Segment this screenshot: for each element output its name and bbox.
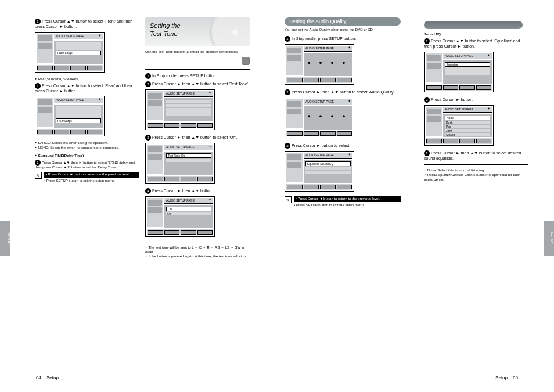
step-text: 1Press Cursor ▲▼ button to select 'Rear'… [35,83,139,94]
options-text: ‣ LARGE: Select this when using the spea… [35,141,139,150]
step-text: 3Press Cursor ► then ▲▼ button to select… [145,135,250,141]
note-line: Press SETUP button to exit the setup men… [46,179,115,182]
step-text-content: Press Cursor ► then ▲▼ button to select … [152,135,237,139]
osd-screenshot: AUDIO SETUP PAGE ● ● ● ● [285,98,354,138]
note-row: ✎ • Press Cursor ◄ button to return to t… [285,196,401,203]
decor-title-bar [424,21,523,29]
step-text-content: Press Cursor ► then ▲▼ button to select … [152,82,249,86]
step-text: 4Press Cursor ► then ▲▼ button. [145,188,250,194]
section-banner: Setting the Test Tone [145,17,250,46]
step-text: 2Press Cursor ► then ▲▼ button to select… [285,89,401,95]
step-text: 3Press Cursor ► button to select. [285,143,401,149]
section-intro: Use the Test Tone feature to check the s… [145,50,250,55]
step-text-content: In Stop mode, press SETUP button. [152,74,217,78]
banner-line: Test Tone [150,30,178,37]
osd-screenshot: AUDIO SETUP PAGE Equaliser Sound EQ [285,151,354,192]
separator [145,69,250,70]
step-number-icon: 2 [145,81,151,87]
separator [145,242,250,242]
note-line: Press Cursor ◄ button to return to the p… [48,172,131,176]
osd-screenshot: AUDIO SETUP PAGE Test Tone On [145,143,215,184]
osd-screenshot: AUDIO SETUP PAGE OnOff [145,196,215,237]
section-title-bar: Setting the Audio Quality [285,17,401,26]
bullet-text: ‣ Rock/Pop/Jazz/Classic: Each equaliser … [424,173,528,182]
column-left-B: Setting the Test Tone Use the Test Tone … [145,17,250,259]
step-number-icon: 1 [35,160,41,166]
bullet-text: ‣ None: Select this for normal listening… [424,168,528,173]
osd-icon-dots: ● ● ● ● [305,60,351,66]
step-number-icon: 1 [145,73,151,79]
note-row: ✎ • Press Cursor ◄ button to return to t… [35,172,139,179]
step-text-content: Press Cursor ► then ▲▼ button to select … [424,151,521,160]
step-number-icon: 3 [145,135,151,141]
column-right-C: Setting the Audio Quality You can set th… [285,17,401,208]
bullet-text: ‣ The test tone will be sent to L → C → … [145,246,250,255]
step-text: 2Press Cursor ► button. [424,97,528,103]
subsection-heading: ‣ Rear(Surround) Speakers [35,77,139,82]
step-number-icon: 1 [285,36,290,42]
section-intro: You can set the Audio Quality when using… [285,28,401,33]
step-number-icon: 2 [285,89,290,95]
separator [424,164,528,165]
step-number-icon: 3 [285,143,290,149]
step-number-icon: 1 [35,19,41,24]
subsection-heading: ‣ Surround TIME(Delay Time) [35,154,139,159]
step-text: 1Press Cursor ▲▼ button to select 'Front… [35,19,139,30]
step-text-content: Press Cursor ▲▼ then ► button to select … [35,161,135,169]
osd-screenshot: AUDIO SETUP PAGE Rear Large [35,96,105,136]
step-text-content: Press Cursor ► button to select. [292,143,350,148]
footer-text-right: Setup [495,375,508,380]
osd-icon-dots: ● ● ● ● [305,113,351,119]
step-text-content: Press Cursor ▲▼ button to select 'Equali… [424,39,520,48]
note-line: Press SETUP button to exit the setup men… [296,203,365,207]
step-text: 1In Stop mode, press SETUP button. [145,73,250,79]
step-number-icon: 2 [424,97,430,103]
remote-icon [242,57,250,65]
osd-screenshot: AUDIO SETUP PAGE None Rock Pop Jazz Clas… [424,105,494,146]
step-text: 3Press Cursor ► then ▲▼ button to select… [424,150,528,161]
step-text: 2Press Cursor ► then ▲▼ button to select… [145,81,250,87]
step-number-icon: 4 [145,188,151,194]
step-number-icon: 3 [424,150,430,156]
banner-line: Setting the [150,22,181,29]
note-text: • Press Cursor ◄ button to return to the… [44,172,139,178]
step-text-content: Press Cursor ▲▼ button to select 'Front'… [35,19,132,28]
step-text-content: Press Cursor ► button. [431,98,473,102]
column-left-A: 1Press Cursor ▲▼ button to select 'Front… [35,17,139,184]
bullet-text: ‣ If the button is pressed again at this… [145,254,250,259]
note-line: Press Cursor ◄ button to return to the p… [298,197,380,200]
step-text-content: In Stop mode, press SETUP button. [292,37,356,41]
page-number-left: 64 [36,375,41,380]
note-icon: ✎ [35,172,42,179]
step-number-icon: 1 [424,38,430,44]
page-number-right: 65 [513,375,518,380]
step-text-content: Press Cursor ▲▼ button to select 'Rear' … [35,84,132,93]
osd-screenshot: AUDIO SETUP PAGE Equaliser [424,52,494,92]
step-number-icon: 1 [35,83,41,89]
osd-screenshot: AUDIO SETUP PAGE Front Large [35,32,105,73]
step-text: 1Press Cursor ▲▼ then ► button to select… [35,160,139,170]
chapter-tab-left: SETUP [0,221,10,256]
footer-text-left: Setup [46,375,59,380]
subsection-heading: Sound EQ [424,33,528,37]
note-icon: ✎ [285,196,292,203]
note-text: • Press Cursor ◄ button to return to the… [294,196,401,202]
chapter-tab-right: SETUP [544,221,554,256]
column-right-D: Sound EQ 1Press Cursor ▲▼ button to sele… [424,33,528,182]
step-text-content: Press Cursor ► then ▲▼ button to select … [292,90,395,94]
step-text: 1Press Cursor ▲▼ button to select 'Equal… [424,38,528,49]
osd-screenshot: AUDIO SETUP PAGE ● ● ● ● [285,44,354,85]
osd-screenshot: AUDIO SETUP PAGE [145,89,215,130]
step-text: 1In Stop mode, press SETUP button. [285,36,401,42]
